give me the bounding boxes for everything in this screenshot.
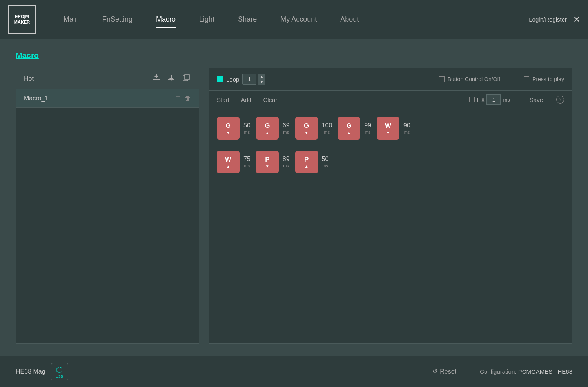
start-button[interactable]: Start	[217, 96, 229, 103]
key-button-0[interactable]: G ▼	[217, 117, 240, 140]
key-ms-unit-1: ms	[283, 130, 289, 134]
nav-item-myaccount[interactable]: My Account	[269, 12, 328, 27]
nav: Main FnSetting Macro Light Share My Acco…	[52, 12, 529, 27]
config-text: Configuration: PCMGAMES - HE68	[480, 368, 572, 375]
key-button-7[interactable]: P ▲	[295, 151, 318, 173]
macro-delete-icon[interactable]: 🗑	[185, 95, 191, 102]
fix-label: Fix	[477, 96, 485, 103]
logo-text: EPO|MMAKER	[14, 14, 30, 24]
copy-button[interactable]	[181, 73, 191, 84]
key-ms-5: 75 ms	[243, 156, 250, 168]
key-group-4: W ▼ 90 ms	[377, 117, 410, 140]
key-group-7: P ▲ 50 ms	[295, 151, 329, 173]
key-ms-4: 90 ms	[403, 122, 410, 134]
key-arrow-1: ▲	[265, 131, 269, 135]
loop-increment-button[interactable]: ▲	[258, 74, 265, 79]
login-register-button[interactable]: Login/Register	[529, 16, 567, 23]
key-ms-unit-4: ms	[404, 130, 410, 134]
fix-checkbox[interactable]	[469, 97, 475, 102]
key-button-2[interactable]: G ▼	[295, 117, 318, 140]
nav-item-about[interactable]: About	[328, 12, 370, 27]
nav-item-macro[interactable]: Macro	[144, 12, 187, 27]
key-ms-6: 89 ms	[283, 156, 290, 168]
key-letter-0: G	[225, 122, 230, 130]
loop-value-input[interactable]	[242, 74, 256, 85]
key-arrow-7: ▲	[305, 164, 309, 169]
key-button-6[interactable]: P ▼	[256, 151, 279, 173]
clear-button[interactable]: Clear	[263, 96, 277, 103]
key-ms-0: 50 ms	[243, 122, 250, 134]
fix-unit: ms	[503, 97, 510, 103]
nav-item-main[interactable]: Main	[52, 12, 91, 27]
help-icon[interactable]: ?	[556, 96, 564, 104]
reset-label: Reset	[440, 368, 456, 375]
key-letter-2: G	[304, 122, 309, 130]
save-button[interactable]: Save	[530, 96, 543, 103]
config-value[interactable]: PCMGAMES - HE68	[518, 368, 572, 375]
key-arrow-4: ▼	[386, 131, 390, 135]
macro-list: Macro_1 □ 🗑	[16, 89, 199, 343]
import-button[interactable]	[167, 73, 176, 84]
page-title: Macro	[16, 51, 572, 60]
right-panel-top: Loop ▲ ▼ Button Control On/Off	[209, 68, 572, 91]
left-panel-header: Hot	[16, 68, 199, 89]
key-ms-value-4: 90	[403, 122, 410, 129]
right-panel: Loop ▲ ▼ Button Control On/Off	[209, 68, 572, 344]
svg-rect-0	[153, 79, 160, 80]
key-ms-value-5: 75	[243, 156, 250, 163]
key-button-5[interactable]: W ▲	[217, 151, 240, 173]
key-arrow-0: ▼	[226, 131, 230, 135]
key-ms-unit-7: ms	[322, 164, 328, 168]
key-ms-unit-2: ms	[324, 130, 330, 134]
key-ms-3: 99 ms	[364, 122, 371, 134]
key-ms-value-1: 69	[283, 122, 290, 129]
macro-copy-icon[interactable]: □	[176, 95, 180, 102]
key-group-5: W ▲ 75 ms	[217, 151, 250, 173]
loop-section: Loop ▲ ▼	[217, 74, 265, 85]
top-bar: EPO|MMAKER Main FnSetting Macro Light Sh…	[0, 0, 588, 39]
key-arrow-3: ▲	[347, 131, 351, 135]
button-control-checkbox[interactable]	[439, 76, 445, 82]
macro-item-name: Macro_1	[24, 95, 48, 102]
svg-marker-2	[154, 74, 158, 77]
key-ms-7: 50 ms	[322, 156, 329, 168]
reset-icon: ↺	[432, 368, 437, 375]
nav-item-light[interactable]: Light	[187, 12, 226, 27]
key-group-6: P ▼ 89 ms	[256, 151, 290, 173]
reset-button[interactable]: ↺ Reset	[432, 368, 456, 375]
macro-item[interactable]: Macro_1 □ 🗑	[16, 89, 199, 108]
fix-value-input[interactable]	[486, 94, 501, 105]
key-ms-value-7: 50	[322, 156, 329, 163]
device-name: HE68 Mag	[16, 368, 45, 375]
workspace: Hot	[16, 68, 572, 344]
usb-symbol: ⬡	[56, 365, 63, 374]
key-arrow-2: ▼	[305, 131, 309, 135]
key-ms-value-0: 50	[243, 122, 250, 129]
key-ms-value-3: 99	[364, 122, 371, 129]
fix-section: Fix ms	[469, 94, 510, 105]
close-button[interactable]: ✕	[573, 15, 580, 24]
bottom-bar: HE68 Mag ⬡ USB ↺ Reset Configuration: PC…	[0, 356, 588, 387]
key-ms-unit-5: ms	[244, 164, 250, 168]
right-panel-toolbar: Start Add Clear Fix ms Save ?	[209, 91, 572, 109]
key-letter-5: W	[225, 156, 231, 164]
loop-checkbox[interactable]	[217, 76, 223, 82]
key-button-4[interactable]: W ▼	[377, 117, 399, 140]
key-letter-1: G	[265, 122, 270, 130]
hot-label: Hot	[24, 75, 34, 82]
key-ms-2: 100 ms	[322, 122, 332, 134]
button-control-section: Button Control On/Off	[439, 76, 500, 82]
config-prefix: Configuration:	[480, 368, 518, 375]
nav-item-fnsetting[interactable]: FnSetting	[91, 12, 144, 27]
add-button[interactable]: Add	[241, 96, 252, 103]
key-button-1[interactable]: G ▲	[256, 117, 279, 140]
loop-decrement-button[interactable]: ▼	[258, 79, 265, 85]
button-control-label: Button Control On/Off	[448, 76, 500, 82]
key-group-0: G ▼ 50 ms	[217, 117, 250, 140]
key-letter-6: P	[265, 156, 269, 164]
press-to-play-checkbox[interactable]	[524, 76, 529, 82]
export-button[interactable]	[152, 73, 161, 84]
key-button-3[interactable]: G ▲	[338, 117, 360, 140]
key-letter-7: P	[304, 156, 309, 164]
nav-item-share[interactable]: Share	[226, 12, 269, 27]
